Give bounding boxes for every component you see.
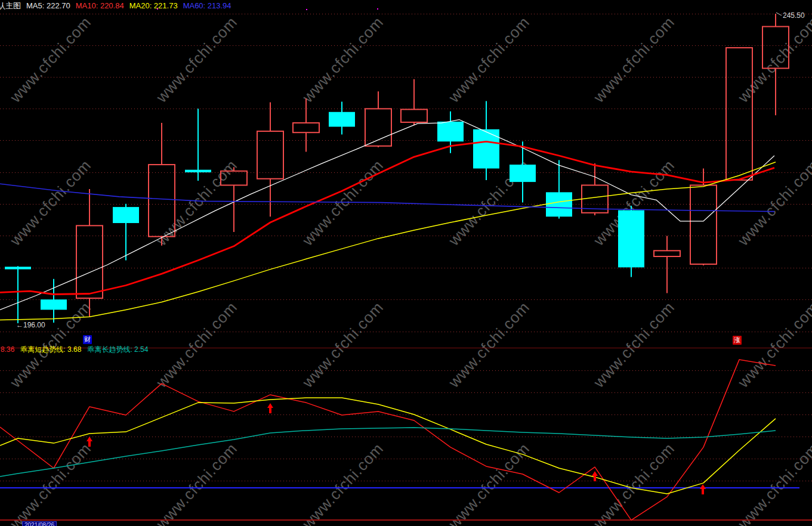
ma-header-value-3: MA20: 221.73 — [129, 1, 178, 10]
ma-header-value-2: MA10: 220.84 — [76, 1, 124, 10]
candle-body-down — [437, 122, 464, 141]
price-label-high: 245.50 — [783, 11, 805, 20]
candle-body-up — [365, 109, 391, 146]
ma-header-value-1: MA5: 222.70 — [26, 1, 70, 10]
candle-body-down — [546, 192, 572, 216]
candle-body-up — [762, 27, 789, 69]
buy-arrow-icon — [267, 403, 273, 413]
candle-body-up — [76, 225, 103, 298]
candle-body-up — [654, 250, 680, 256]
price-high-leader — [776, 13, 782, 16]
candle-body-down — [113, 207, 139, 223]
magenta-dot — [306, 9, 307, 10]
candle-body-down — [5, 267, 31, 269]
candle-body-down — [41, 299, 67, 310]
main-chart-ma-header: 认主图MA5: 222.70MA10: 220.84MA20: 221.73MA… — [0, 1, 237, 11]
candle-body-up — [690, 185, 717, 264]
candle-body-up — [726, 48, 752, 180]
ma-line-ma20 — [0, 162, 776, 320]
stock-chart-app: www.cfchi.comwww.cfchi.comwww.cfchi.comw… — [0, 0, 812, 526]
date-label: 2021/08/26 — [22, 521, 57, 526]
buy-arrow-icon — [87, 437, 92, 447]
chart-canvas[interactable] — [0, 0, 812, 526]
financial-report-marker[interactable]: 财 — [83, 335, 92, 344]
ma-header-value-4: MA60: 213.94 — [183, 1, 231, 10]
candle-body-down — [618, 210, 644, 267]
candle-body-down — [510, 165, 536, 182]
magenta-dot — [377, 8, 378, 10]
indicator-header-value-1: 乖离短趋势线: 3.68 — [20, 345, 81, 354]
candle-body-up — [401, 109, 427, 122]
limit-up-marker[interactable]: 涨 — [733, 336, 742, 345]
indicator-header-value-2: 乖离长趋势线: 2.54 — [87, 345, 148, 354]
ma-header-value-0: 认主图 — [0, 1, 21, 10]
candle-body-down — [185, 170, 211, 172]
candle-body-up — [293, 123, 319, 132]
buy-arrow-icon — [700, 484, 706, 494]
indicator-line-1 — [0, 398, 776, 494]
candle-body-up — [257, 131, 283, 179]
indicator-line-2 — [0, 428, 776, 477]
price-label-low: ←196.00 — [16, 321, 45, 329]
candle-body-up — [221, 171, 247, 185]
candle-body-down — [329, 112, 355, 127]
indicator-line-0 — [0, 360, 776, 520]
indicator-header: 8.36乖离短趋势线: 3.68乖离长趋势线: 2.54 — [1, 345, 154, 355]
candle-body-up — [149, 165, 175, 237]
candle-body-down — [473, 129, 499, 169]
indicator-header-value-0: 8.36 — [1, 345, 14, 354]
